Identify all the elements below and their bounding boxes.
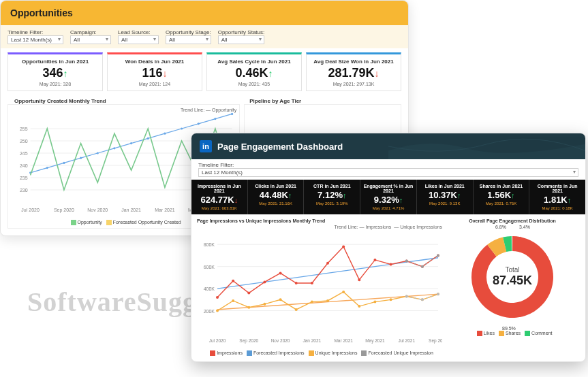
dash-b-title: Page Engagement Dashboard xyxy=(217,142,343,152)
svg-point-53 xyxy=(247,292,250,295)
svg-point-73 xyxy=(326,299,329,302)
kpi-card[interactable]: Avg Sales Cycle in Jun 2021 0.46K↑ May 2… xyxy=(206,52,302,91)
kpi-value: 1.56K↑ xyxy=(476,190,527,200)
donut-center: Total 87.45K xyxy=(461,226,563,328)
kpi-card[interactable]: Shares in Jun 2021 1.56K↑ May 2021: 0.76… xyxy=(474,180,530,214)
filter-label: Campaign: xyxy=(70,29,111,35)
svg-point-27 xyxy=(164,133,166,135)
kpi-card[interactable]: Won Deals in Jun 2021 116↓ May 2021: 124 xyxy=(107,52,202,91)
svg-text:Jan 2021: Jan 2021 xyxy=(303,338,321,343)
panel-b1-legend-top: Trend Line: — Impressions — Unique Impre… xyxy=(197,225,442,229)
svg-point-28 xyxy=(181,127,183,129)
svg-point-85 xyxy=(437,254,439,257)
kpi-title: Clicks in Jun 2021 xyxy=(251,184,301,188)
svg-point-54 xyxy=(263,280,266,283)
kpi-sub: May 2021: 9.13K xyxy=(420,201,470,206)
kpi-sub: May 2021: 663.81K xyxy=(194,206,245,210)
kpi-title: Comments in Jun 2021 xyxy=(532,184,583,193)
kpi-card[interactable]: Likes in Jun 2021 10.37K↑ May 2021: 9.13… xyxy=(417,180,474,214)
svg-point-86 xyxy=(437,293,439,295)
panel-b1-title: Page Impressions vs Unique Impressions M… xyxy=(197,218,442,223)
kpi-title: Won Deals in Jun 2021 xyxy=(112,59,198,65)
kpi-sub: May 2021: 3.19% xyxy=(307,201,357,206)
kpi-card[interactable]: Opportunities in Jun 2021 346↑ May 2021:… xyxy=(7,52,103,91)
panel-b2-title: Overall Page Engagement Distribution xyxy=(445,218,580,223)
svg-point-76 xyxy=(373,301,376,304)
svg-point-51 xyxy=(216,296,219,299)
svg-text:235: 235 xyxy=(20,176,28,180)
svg-point-77 xyxy=(390,298,392,301)
dash-b-filter-bar: Timeline Filter: Last 12 Month(s) xyxy=(191,159,585,180)
svg-point-66 xyxy=(216,310,219,312)
svg-text:Jul 2020: Jul 2020 xyxy=(209,338,226,343)
kpi-sub: May 2021: 0.76K xyxy=(476,201,527,206)
slice-label-likes: 89.5% xyxy=(502,326,516,331)
timeline-filter-select[interactable]: Last 12 Month(s) xyxy=(198,168,578,177)
trend-arrow-icon: ↑ xyxy=(399,196,403,204)
kpi-value: 281.79K↓ xyxy=(311,66,397,80)
kpi-title: Opportunities in Jun 2021 xyxy=(12,59,98,65)
filter-select[interactable]: Last 12 Month(s) xyxy=(7,35,63,44)
kpi-title: CTR in Jun 2021 xyxy=(307,184,357,188)
dash-a-filter-bar: Timeline Filter:Last 12 Month(s)Campaign… xyxy=(1,25,408,48)
trend-arrow-icon: ↑ xyxy=(511,191,515,199)
svg-point-52 xyxy=(232,280,234,282)
kpi-card[interactable]: Engagement % in Jun 2021 9.32%↑ May 2021… xyxy=(360,180,417,214)
svg-point-31 xyxy=(231,113,233,115)
svg-point-62 xyxy=(390,263,392,265)
kpi-card[interactable]: CTR in Jun 2021 7.12%↑ May 2021: 3.19% xyxy=(304,180,360,214)
svg-point-58 xyxy=(326,262,329,265)
page-engagement-dashboard: in Page Engagement Dashboard Timeline Fi… xyxy=(191,133,586,362)
svg-text:Sep 2020: Sep 2020 xyxy=(54,208,74,213)
kpi-sub: May 2021: 435 xyxy=(211,82,297,86)
chart-a2-title: Pipeline by Age Tier xyxy=(243,95,401,104)
svg-text:230: 230 xyxy=(20,188,28,193)
svg-point-84 xyxy=(421,298,424,301)
filter-select[interactable]: All xyxy=(118,35,159,44)
kpi-value: 7.12%↑ xyxy=(307,190,357,200)
svg-text:245: 245 xyxy=(20,151,28,156)
kpi-value: 116↓ xyxy=(112,66,198,80)
kpi-value: 1.81K↑ xyxy=(532,195,583,205)
svg-text:Sep 2021: Sep 2021 xyxy=(429,338,442,344)
filter-select[interactable]: All xyxy=(70,35,111,44)
dash-b-header: in Page Engagement Dashboard xyxy=(191,133,585,159)
svg-text:Nov 2020: Nov 2020 xyxy=(87,208,108,212)
chart-impressions-trend: Page Impressions vs Unique Impressions M… xyxy=(197,218,442,356)
svg-text:Mar 2021: Mar 2021 xyxy=(334,338,353,343)
kpi-sub: May 2021: 124 xyxy=(112,82,198,86)
panel-b1-legend: ImpressionsForecasted ImpressionsUnique … xyxy=(197,350,442,356)
svg-point-75 xyxy=(358,305,360,308)
kpi-sub: May 2021: 297.13K xyxy=(311,82,397,86)
svg-point-29 xyxy=(198,122,200,125)
svg-text:600K: 600K xyxy=(204,265,215,269)
kpi-card[interactable]: Comments in Jun 2021 1.81K↑ May 2021: 0.… xyxy=(529,180,585,214)
linkedin-icon: in xyxy=(200,140,212,152)
filter-label: Opportunity Status: xyxy=(218,29,264,35)
svg-text:Jul 2020: Jul 2020 xyxy=(21,208,40,212)
svg-text:Jul 2021: Jul 2021 xyxy=(398,338,415,343)
trend-arrow-icon: ↓ xyxy=(375,68,380,79)
kpi-sub: May 2021: 21.16K xyxy=(251,201,301,206)
filter-select[interactable]: All xyxy=(218,35,264,44)
svg-text:255: 255 xyxy=(20,127,28,131)
kpi-card[interactable]: Impressions in Jun 2021 624.77K↓ May 202… xyxy=(191,180,248,214)
svg-point-59 xyxy=(342,245,345,248)
panel-b2-legend: LikesSharesComment xyxy=(445,331,580,336)
kpi-title: Avg Sales Cycle in Jun 2021 xyxy=(211,59,297,65)
svg-point-72 xyxy=(311,301,313,304)
filter-select[interactable]: All xyxy=(166,35,211,44)
kpi-title: Avg Deal Size Won in Jun 2021 xyxy=(311,59,397,65)
svg-point-71 xyxy=(295,308,298,311)
slice-label-comment: 3.4% xyxy=(519,225,530,229)
svg-point-74 xyxy=(342,291,345,293)
svg-text:200K: 200K xyxy=(204,309,215,314)
svg-point-23 xyxy=(97,152,99,154)
kpi-card[interactable]: Avg Deal Size Won in Jun 2021 281.79K↓ M… xyxy=(306,52,401,91)
svg-point-21 xyxy=(63,162,65,164)
trend-arrow-icon: ↑ xyxy=(568,196,572,204)
svg-point-70 xyxy=(279,298,282,301)
kpi-card[interactable]: Clicks in Jun 2021 44.48K↑ May 2021: 21.… xyxy=(248,180,305,214)
filter-label: Timeline Filter: xyxy=(198,162,578,168)
svg-text:Mar 2021: Mar 2021 xyxy=(155,208,175,212)
